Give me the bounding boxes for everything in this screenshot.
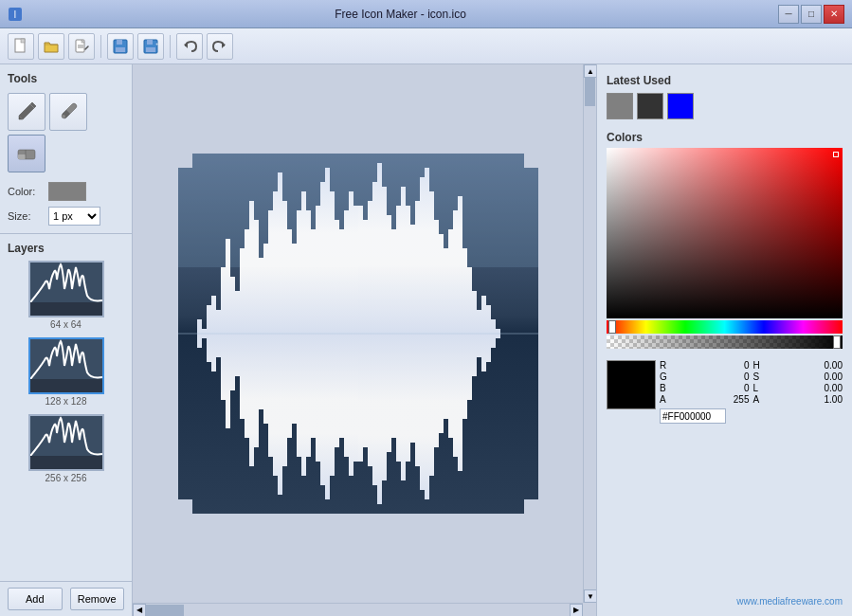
r-value: 0 xyxy=(744,360,750,371)
dark-overlay xyxy=(607,148,843,318)
main-layout: Tools xyxy=(0,64,852,616)
redo-button[interactable] xyxy=(207,33,233,60)
open-folder-button[interactable] xyxy=(38,33,64,60)
color-fields: R 0 H 0.00 G 0 S 0.00 xyxy=(660,360,843,424)
alpha-slider[interactable] xyxy=(607,335,843,349)
g-label: G xyxy=(660,371,667,382)
color-values-grid: R 0 H 0.00 G 0 S 0.00 xyxy=(660,360,843,405)
size-label: Size: xyxy=(8,210,41,222)
l-value: 0.00 xyxy=(825,383,843,393)
close-button[interactable]: ✕ xyxy=(824,5,844,24)
tools-section: Tools xyxy=(0,64,132,234)
svg-rect-3 xyxy=(21,39,25,43)
g-value: 0 xyxy=(744,371,750,382)
layer-item-64[interactable]: 64 x 64 xyxy=(8,261,124,330)
eraser-tool[interactable] xyxy=(8,135,45,172)
scroll-up-button[interactable]: ▲ xyxy=(584,64,596,78)
color-row: Color: xyxy=(8,182,124,201)
canvas-container[interactable] xyxy=(178,154,538,514)
left-panel: Tools xyxy=(0,64,133,616)
layer-thumb-64 xyxy=(28,261,104,317)
remove-layer-button[interactable]: Remove xyxy=(70,588,125,610)
svg-text:I: I xyxy=(14,9,17,20)
color-picker-gradient[interactable] xyxy=(607,148,843,318)
svg-rect-8 xyxy=(117,40,122,45)
latest-swatch-2[interactable] xyxy=(667,93,694,119)
svg-rect-30 xyxy=(524,154,538,168)
tools-grid xyxy=(8,93,124,172)
scroll-thumb-h[interactable] xyxy=(146,605,184,616)
g-row: G 0 xyxy=(660,371,750,382)
svg-rect-9 xyxy=(116,47,125,52)
layer-size-128: 128 x 128 xyxy=(45,396,87,407)
b-row: B 0 xyxy=(660,383,750,393)
app-icon: I xyxy=(8,7,23,22)
layer-item-256[interactable]: 256 x 256 xyxy=(8,414,124,483)
window-title: Free Icon Maker - icon.ico xyxy=(23,8,778,21)
layer-size-64: 64 x 64 xyxy=(50,319,82,330)
r-row: R 0 xyxy=(660,360,750,371)
scroll-thumb-v[interactable] xyxy=(585,78,595,106)
undo-button[interactable] xyxy=(176,33,203,60)
eyedropper-tool[interactable] xyxy=(49,93,87,131)
canvas-scrollbar-h[interactable]: ◀ ▶ xyxy=(133,603,583,616)
new-button[interactable] xyxy=(8,33,34,60)
minimize-button[interactable]: ─ xyxy=(778,5,799,24)
layer-item-128[interactable]: 128 x 128 xyxy=(8,337,124,407)
svg-rect-29 xyxy=(178,154,192,168)
canvas-scrollbar-v[interactable]: ▲ ▼ xyxy=(583,64,596,603)
s-label: S xyxy=(753,371,760,382)
svg-rect-12 xyxy=(146,47,155,52)
hex-input[interactable] xyxy=(660,408,726,424)
toolbar-separator-2 xyxy=(170,35,171,58)
maximize-button[interactable]: □ xyxy=(801,5,822,24)
tools-title: Tools xyxy=(8,72,124,85)
titlebar: I Free Icon Maker - icon.ico ─ □ ✕ xyxy=(0,0,852,28)
color-preview xyxy=(607,360,656,409)
scroll-left-button[interactable]: ◀ xyxy=(133,604,146,617)
canvas-area: ▲ ▼ ◀ ▶ xyxy=(133,64,596,616)
layers-title: Layers xyxy=(0,242,132,261)
color-info-panel: R 0 H 0.00 G 0 S 0.00 xyxy=(607,360,843,424)
svg-rect-23 xyxy=(30,379,102,392)
a2-row: A 1.00 xyxy=(753,394,843,405)
layer-size-256: 256 x 256 xyxy=(45,473,87,483)
a-value: 255 xyxy=(734,394,750,405)
svg-rect-18 xyxy=(18,154,26,159)
scroll-track-h xyxy=(146,604,570,617)
save-as-button[interactable]: + xyxy=(137,33,164,60)
save-button[interactable] xyxy=(107,33,134,60)
svg-point-16 xyxy=(62,115,65,118)
right-panel: Latest Used Colors xyxy=(596,64,852,616)
color-swatch[interactable] xyxy=(48,182,86,201)
layers-list: 64 x 64 128 x 128 xyxy=(0,261,132,581)
svg-text:+: + xyxy=(155,41,159,46)
scroll-track-v xyxy=(584,78,596,589)
scroll-right-button[interactable]: ▶ xyxy=(570,604,583,617)
latest-swatch-0[interactable] xyxy=(607,93,633,119)
latest-used-section: Latest Used xyxy=(607,74,843,123)
h-value: 0.00 xyxy=(825,360,843,371)
toolbar: + xyxy=(0,28,852,64)
r-label: R xyxy=(660,360,666,371)
s-row: S 0.00 xyxy=(753,371,843,382)
open-file-button[interactable] xyxy=(68,33,95,60)
colors-section: Colors xyxy=(607,131,843,349)
svg-rect-21 xyxy=(30,302,102,316)
hue-slider[interactable] xyxy=(607,320,843,334)
waveform-image xyxy=(178,154,538,514)
pencil-tool[interactable] xyxy=(8,93,45,131)
a2-value: 1.00 xyxy=(825,394,843,405)
titlebar-buttons: ─ □ ✕ xyxy=(778,5,844,24)
alpha-gradient xyxy=(607,335,843,349)
l-row: L 0.00 xyxy=(753,383,843,393)
watermark: www.mediafreeware.com xyxy=(607,596,843,607)
size-select[interactable]: 1 px 2 px 3 px 4 px 5 px xyxy=(48,207,100,226)
latest-swatch-1[interactable] xyxy=(637,93,663,119)
svg-rect-31 xyxy=(178,499,192,514)
color-label: Color: xyxy=(8,186,41,197)
hex-row xyxy=(660,408,843,424)
add-layer-button[interactable]: Add xyxy=(8,588,63,610)
scroll-down-button[interactable]: ▼ xyxy=(584,589,596,603)
latest-swatches xyxy=(607,93,843,119)
